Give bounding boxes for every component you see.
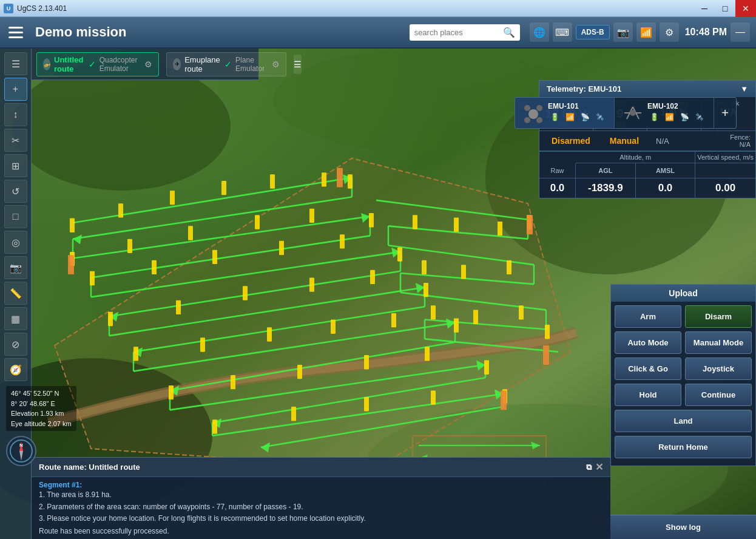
- svg-line-24: [109, 287, 425, 336]
- sidebar-btn-layers[interactable]: ☰: [4, 52, 27, 75]
- drone-tab-emu101[interactable]: EMU-101 🔋 📶 📡 🛰: [515, 98, 615, 128]
- route-action-btn[interactable]: ☰: [294, 55, 302, 74]
- svg-rect-86: [108, 312, 113, 326]
- sidebar-btn-select[interactable]: □: [4, 205, 27, 228]
- svg-rect-106: [364, 397, 369, 411]
- disarm-button[interactable]: Disarm: [685, 305, 752, 328]
- maximize-button[interactable]: □: [715, 0, 735, 17]
- add-drone-button[interactable]: +: [714, 97, 736, 129]
- route-info-panel: Route name: Untitled route ⧉ ✕ Segment #…: [32, 457, 610, 539]
- arm-button[interactable]: Arm: [615, 305, 681, 328]
- svg-rect-91: [424, 283, 428, 297]
- app-icon: U: [4, 4, 13, 13]
- svg-rect-77: [255, 215, 260, 229]
- drone-img-emu102: [622, 102, 644, 124]
- minimize-button[interactable]: ─: [694, 0, 715, 17]
- sidebar-btn-grid[interactable]: ⊞: [4, 154, 27, 177]
- route-toolbar: 🚁 Untitled route ✓ Quadcopter Emulator ⚙…: [32, 49, 258, 80]
- ads-b-badge: ADS-B: [576, 25, 610, 39]
- joystick-button[interactable]: Joystick: [685, 358, 752, 380]
- svg-rect-102: [425, 347, 430, 361]
- svg-point-127: [536, 105, 542, 111]
- svg-marker-28: [133, 347, 143, 357]
- route-tab-1[interactable]: 🚁 Untitled route ✓ Quadcopter Emulator ⚙: [36, 52, 159, 76]
- emu101-label: EMU-101: [548, 102, 607, 110]
- settings-icon[interactable]: ⚙: [660, 22, 679, 42]
- amsl-label: AMSL: [640, 167, 692, 174]
- fence-label: Fence:: [730, 134, 751, 141]
- search-box[interactable]: 🔍: [410, 24, 520, 41]
- svg-line-53: [400, 273, 534, 284]
- sidebar-btn-no[interactable]: ⊘: [4, 333, 27, 356]
- svg-line-49: [388, 226, 528, 239]
- control-panel: Upload Arm Disarm Auto Mode Manual Mode …: [610, 284, 756, 466]
- agl-subhead: AGL: [576, 163, 636, 178]
- route-info-close-button[interactable]: ✕: [595, 461, 603, 473]
- status-manual: Manual: [602, 134, 646, 148]
- search-icon: 🔍: [503, 27, 515, 38]
- sidebar-btn-pattern[interactable]: ▦: [4, 307, 27, 330]
- show-log-button[interactable]: Show log: [610, 515, 756, 539]
- search-input[interactable]: [414, 28, 499, 37]
- toolbar-icons: 🌐 ⌨ ADS-B 📷 📶 ⚙ 10:48 PM —: [530, 22, 750, 42]
- compass-widget[interactable]: N: [6, 436, 36, 466]
- svg-line-47: [376, 200, 528, 220]
- svg-rect-69: [170, 191, 175, 205]
- sidebar-btn-undo[interactable]: ↺: [4, 180, 27, 203]
- agl-value: -1839.9: [576, 178, 636, 198]
- check-icon-1: ✓: [89, 59, 96, 69]
- gps-icon-101: 🛰: [593, 110, 607, 124]
- check-icon-2: ✓: [224, 59, 232, 69]
- fence-value: N/A: [730, 141, 751, 148]
- globe-icon[interactable]: 🌐: [530, 22, 549, 42]
- svg-rect-70: [221, 181, 226, 195]
- click-go-button[interactable]: Click & Go: [615, 358, 681, 380]
- raw-label: Raw: [539, 163, 576, 178]
- svg-rect-101: [364, 355, 369, 369]
- expand-icon[interactable]: —: [731, 22, 750, 42]
- drone-tab-emu102[interactable]: EMU-102 🔋 📶 📡 🛰: [615, 98, 714, 128]
- svg-marker-8: [343, 174, 352, 184]
- mode-row: Auto Mode Manual Mode: [615, 331, 752, 354]
- return-home-button[interactable]: Return Home: [615, 436, 752, 458]
- battery-icon-102: 🔋: [647, 110, 661, 124]
- route-info-copy-icon[interactable]: ⧉: [586, 463, 592, 472]
- auto-mode-button[interactable]: Auto Mode: [615, 331, 681, 354]
- manual-mode-button[interactable]: Manual Mode: [685, 331, 752, 354]
- svg-rect-71: [270, 174, 275, 188]
- sidebar-btn-add[interactable]: +: [4, 78, 27, 101]
- sidebar-btn-compass2[interactable]: 🧭: [4, 358, 27, 381]
- sidebar-btn-ruler[interactable]: 📏: [4, 282, 27, 305]
- sidebar-btn-cut[interactable]: ✂: [4, 129, 27, 152]
- camera-toolbar-icon[interactable]: 📷: [613, 22, 633, 42]
- telemetry-expand-icon[interactable]: ▼: [740, 84, 748, 93]
- svg-marker-37: [476, 361, 485, 371]
- svg-rect-96: [391, 313, 396, 327]
- svg-line-42: [212, 394, 504, 436]
- keyboard-icon[interactable]: ⌨: [553, 22, 572, 42]
- hold-button[interactable]: Hold: [615, 384, 681, 406]
- svg-rect-119: [545, 325, 550, 339]
- menu-button[interactable]: [6, 22, 25, 42]
- svg-rect-114: [461, 265, 466, 279]
- svg-rect-85: [397, 247, 402, 261]
- continue-button[interactable]: Continue: [685, 384, 752, 406]
- gear-icon-1[interactable]: ⚙: [144, 59, 152, 69]
- svg-rect-118: [519, 305, 524, 319]
- svg-line-21: [109, 271, 400, 316]
- signal-icon[interactable]: 📶: [636, 22, 656, 42]
- svg-rect-105: [291, 407, 296, 421]
- route-name-1: Untitled route: [54, 55, 85, 73]
- close-button[interactable]: ✕: [735, 0, 756, 17]
- route-tab-2[interactable]: ✈ Emuplane route ✓ Plane Emulator ⚙: [166, 52, 286, 76]
- svg-rect-74: [70, 252, 75, 266]
- sidebar-btn-point[interactable]: ◎: [4, 231, 27, 254]
- gear-icon-2[interactable]: ⚙: [272, 59, 280, 69]
- svg-line-51: [388, 245, 534, 265]
- svg-line-45: [261, 407, 504, 447]
- sidebar-btn-measure-v[interactable]: ↕: [4, 103, 27, 126]
- svg-rect-87: [176, 300, 181, 314]
- amsl-subhead: AMSL: [636, 163, 696, 178]
- land-button[interactable]: Land: [615, 410, 752, 432]
- sidebar-btn-camera[interactable]: 📷: [4, 256, 27, 279]
